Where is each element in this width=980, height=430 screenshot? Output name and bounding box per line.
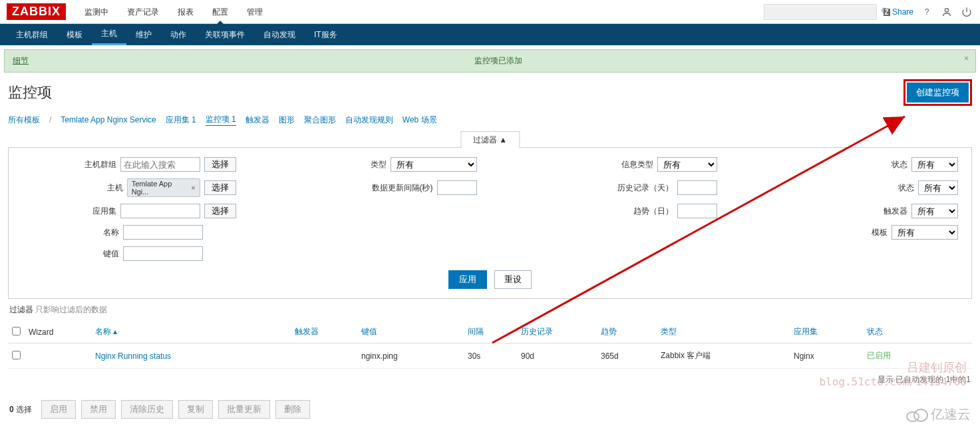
table-header-row: Wizard 名称 ▴ 触发器 键值 间隔 历史记录 趋势 类型 应用集 状态 — [8, 321, 972, 343]
sub-nav-actions[interactable]: 动作 — [161, 24, 196, 45]
chip-remove-icon[interactable]: × — [191, 184, 195, 192]
filter-trigger-select[interactable]: 所有 — [911, 204, 958, 218]
banner-close-icon[interactable]: × — [964, 54, 969, 63]
filter-hostgroup-label: 主机群组 — [43, 159, 116, 170]
filter-key-label: 键值 — [46, 248, 119, 260]
filter-appset-input[interactable] — [120, 204, 200, 218]
sub-nav-templates[interactable]: 模板 — [57, 24, 92, 45]
bulk-mass-update-button[interactable]: 批量更新 — [218, 400, 270, 419]
tab-items[interactable]: 监控项 1 — [206, 114, 236, 126]
filter-interval-label: 数据更新间隔(秒) — [360, 182, 433, 194]
top-nav-monitoring[interactable]: 监测中 — [75, 0, 118, 24]
filter-interval-input[interactable] — [437, 180, 477, 195]
filter-appset-select-button[interactable]: 选择 — [204, 204, 236, 218]
col-name[interactable]: 名称 ▴ — [91, 321, 291, 343]
filter-apply-button[interactable]: 应用 — [448, 270, 487, 289]
sub-nav-itservice[interactable]: IT服务 — [305, 24, 347, 45]
sub-nav-maintenance[interactable]: 维护 — [126, 24, 161, 45]
table-row: Nginx Running status nginx.ping 30s 90d … — [8, 343, 972, 369]
tab-web[interactable]: Web 场景 — [403, 114, 437, 126]
bulk-disable-button[interactable]: 禁用 — [81, 400, 116, 419]
cell-interval: 30s — [464, 343, 517, 369]
filter-key-input[interactable] — [123, 246, 203, 261]
sub-nav-discovery[interactable]: 自动发现 — [254, 24, 305, 45]
sub-nav-correlation[interactable]: 关联项事件 — [196, 24, 254, 45]
crumb-all-templates[interactable]: 所有模板 — [8, 114, 40, 126]
help-icon[interactable]: ? — [920, 5, 933, 19]
select-all-checkbox[interactable] — [12, 327, 21, 335]
row-checkbox[interactable] — [12, 351, 21, 359]
sub-nav-hosts[interactable]: 主机 — [92, 24, 126, 45]
top-nav-reports[interactable]: 报表 — [168, 0, 203, 24]
tab-screens[interactable]: 聚合图形 — [304, 114, 336, 126]
col-status[interactable]: 状态 — [863, 321, 972, 343]
cell-trends: 365d — [597, 343, 657, 369]
top-right: 🔍 Z Share ? — [764, 4, 973, 20]
top-nav-admin[interactable]: 管理 — [238, 0, 272, 24]
cell-key: nginx.ping — [357, 343, 464, 369]
filter-infotype-select[interactable]: 所有 — [657, 157, 717, 172]
filter-hostgroup-input[interactable] — [120, 157, 200, 172]
tab-applications[interactable]: 应用集 1 — [166, 114, 196, 126]
filter-status-label: 状态 — [841, 182, 914, 194]
filter-reset-button[interactable]: 重设 — [494, 270, 532, 289]
page-title: 监控项 — [8, 83, 52, 103]
filter-template-select[interactable]: 所有 — [892, 225, 958, 240]
filter-note: 过滤器 只影响过滤后的数据 — [0, 299, 980, 321]
crumb-template-name[interactable]: Temlate App Nginx Service — [61, 115, 156, 124]
col-app[interactable]: 应用集 — [790, 321, 863, 343]
filter-name-input[interactable] — [123, 225, 203, 240]
filter-actions: 应用 重设 — [22, 270, 958, 289]
banner-message: 监控项已添加 — [29, 55, 967, 67]
filter-panel: 主机群组 选择 类型 所有 信息类型 所有 状态 所有 主机 Temlate A… — [8, 147, 972, 299]
filter-status-select[interactable]: 所有 — [918, 180, 958, 195]
svg-point-0 — [945, 8, 948, 11]
filter-state-label: 状态 — [834, 159, 907, 170]
filter-host-chip[interactable]: Temlate App Ngi...× — [127, 178, 200, 197]
sub-nav-hostgroups[interactable]: 主机群组 — [7, 24, 57, 45]
tab-triggers[interactable]: 触发器 — [245, 114, 269, 126]
filter-trend-input[interactable] — [677, 204, 717, 218]
filter-toggle[interactable]: 过滤器 ▲ — [460, 131, 520, 148]
filter-state-select[interactable]: 所有 — [911, 157, 958, 172]
breadcrumb: 所有模板 / Temlate App Nginx Service 应用集 1 监… — [0, 108, 980, 131]
filter-appset-label: 应用集 — [43, 206, 116, 217]
col-type[interactable]: 类型 — [657, 321, 790, 343]
top-nav-items: 监测中 资产记录 报表 配置 管理 — [75, 0, 272, 24]
item-name-link[interactable]: Nginx Running status — [95, 351, 171, 361]
top-nav: ZABBIX 监测中 资产记录 报表 配置 管理 🔍 Z Share ? — [0, 0, 980, 24]
global-search[interactable]: 🔍 — [764, 4, 877, 20]
selected-count: 0 选择 — [9, 404, 32, 415]
cell-history: 90d — [517, 343, 597, 369]
user-icon[interactable] — [940, 5, 953, 19]
top-nav-inventory[interactable]: 资产记录 — [118, 0, 168, 24]
table-footer: 显示 已自动发现的 1中的1 — [0, 369, 980, 391]
filter-hostgroup-select-button[interactable]: 选择 — [204, 157, 236, 172]
filter-history-input[interactable] — [677, 180, 717, 195]
bulk-enable-button[interactable]: 启用 — [41, 400, 76, 419]
col-history[interactable]: 历史记录 — [517, 321, 597, 343]
sub-nav: 主机群组 模板 主机 维护 动作 关联项事件 自动发现 IT服务 — [0, 24, 980, 45]
filter-name-label: 名称 — [46, 227, 119, 238]
bulk-delete-button[interactable]: 删除 — [275, 400, 310, 419]
filter-host-select-button[interactable]: 选择 — [204, 180, 236, 195]
bulk-clear-history-button[interactable]: 清除历史 — [121, 400, 173, 419]
create-item-button[interactable]: 创建监控项 — [907, 83, 969, 103]
tab-graphs[interactable]: 图形 — [279, 114, 295, 126]
col-key[interactable]: 键值 — [357, 321, 464, 343]
filter-type-select[interactable]: 所有 — [391, 157, 477, 172]
col-interval[interactable]: 间隔 — [464, 321, 517, 343]
col-triggers[interactable]: 触发器 — [291, 321, 357, 343]
search-input[interactable] — [768, 7, 881, 17]
share-link[interactable]: Z Share — [884, 7, 913, 17]
col-trends[interactable]: 趋势 — [597, 321, 657, 343]
items-table: Wizard 名称 ▴ 触发器 键值 间隔 历史记录 趋势 类型 应用集 状态 … — [8, 321, 972, 369]
power-icon[interactable] — [960, 5, 973, 19]
banner-detail-link[interactable]: 细节 — [13, 55, 29, 67]
tab-discovery[interactable]: 自动发现规则 — [345, 114, 393, 126]
filter-trigger-label: 触发器 — [834, 206, 907, 217]
bulk-copy-button[interactable]: 复制 — [178, 400, 213, 419]
create-button-highlight: 创建监控项 — [903, 79, 972, 106]
top-nav-config[interactable]: 配置 — [203, 0, 238, 24]
status-link[interactable]: 已启用 — [867, 351, 891, 360]
